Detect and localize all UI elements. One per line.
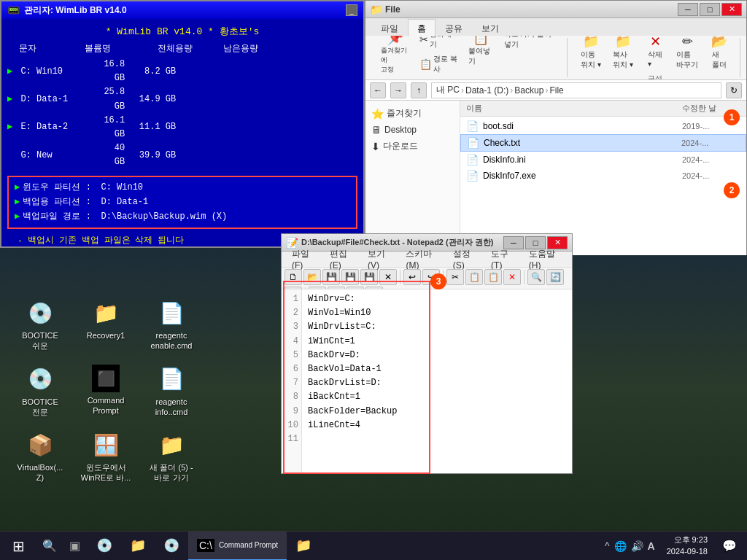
sel-arrow-3: ▶ <box>15 209 20 224</box>
sel-label-3: 백업파일 경로 : <box>23 209 96 224</box>
file-name-diskinfo-ini: DiskInfo.ini <box>483 155 678 165</box>
tray-volume-icon[interactable]: 🔊 <box>631 540 643 552</box>
organize-label: 구성 <box>648 74 662 79</box>
file-icon-boot: 📄 <box>466 120 479 132</box>
move-label: 이동위치 ▾ <box>581 50 601 70</box>
notification-center-btn[interactable]: 💬 <box>719 532 740 561</box>
desktop-sidebar-label: Desktop <box>384 125 417 135</box>
tool-copy[interactable]: 📋 <box>465 269 483 285</box>
tool-paste2[interactable]: 📋 <box>484 269 502 285</box>
taskbar-item-explorer2[interactable]: 📁 <box>287 532 320 561</box>
copy-path-btn[interactable]: 📋 경로 복사 <box>416 52 462 76</box>
desktop-icon-new-folder[interactable]: 📁 새 폴더 (5) - 바로 가기 <box>142 427 201 486</box>
taskbar-item-bootice-pro[interactable]: 💿 <box>155 532 188 561</box>
tool-save[interactable]: 💾 <box>322 269 340 285</box>
reagentc-enable-label: reagentc enable.cmd <box>145 330 198 351</box>
file-item-check[interactable]: 📄 Check.txt 2024-... <box>460 134 746 152</box>
ribbon-tab-view[interactable]: 보기 <box>472 19 508 36</box>
drive-row-d: ▶ D: Data-1 25.8 GB 14.9 GB <box>7 85 357 113</box>
ribbon-tab-home[interactable]: 홈 <box>408 19 436 36</box>
copy-to-icon: 📁 <box>615 36 631 50</box>
delete-btn[interactable]: ✕ 삭제▾ <box>640 36 670 72</box>
menu-help[interactable]: 도움말(H) <box>523 246 568 272</box>
reagentc-info-label: reagentc info..cmd <box>145 397 198 418</box>
desktop-icon-bootice-easy[interactable]: 💿 BOOTICE 쉬운 <box>11 295 69 354</box>
paste-shortcut-btn[interactable]: 바로 가기 붙여넣기 <box>500 36 561 51</box>
menu-tools[interactable]: 도구(T) <box>485 246 522 272</box>
tool-open[interactable]: 📂 <box>303 269 321 285</box>
tool-cut[interactable]: ✂ <box>446 269 464 285</box>
menu-view[interactable]: 보기(V) <box>362 246 398 272</box>
up-btn[interactable]: ↑ <box>411 82 427 98</box>
sidebar-item-favorites[interactable]: ⭐ 즐겨찾기 <box>365 105 460 122</box>
explorer-minimize-btn[interactable]: ─ <box>678 3 698 16</box>
tool-close[interactable]: ✕ <box>379 269 397 285</box>
copy-to-btn[interactable]: 📁 복사위치 ▾ <box>608 36 638 72</box>
paste-btn[interactable]: 📋 붙여넣기 <box>465 36 498 77</box>
tool-replace[interactable]: 🔄 <box>546 269 564 285</box>
explorer-titlebar[interactable]: 📁 File ─ □ ✕ <box>365 1 746 18</box>
tool-find[interactable]: 🔍 <box>527 269 545 285</box>
pin-to-quickaccess-btn[interactable]: 📌 즐겨찾기에고정 <box>377 36 413 77</box>
menu-edit[interactable]: 편집(E) <box>324 246 360 272</box>
task-view-button[interactable]: ▣ <box>62 532 88 561</box>
taskbar-clock[interactable]: 오후 9:23 2024-09-18 <box>661 534 713 557</box>
arrow-e: ▶ <box>7 120 12 134</box>
file-item-boot[interactable]: 📄 boot.sdi 2019-... <box>460 118 746 134</box>
tool-saveas[interactable]: 💾 <box>341 269 359 285</box>
sidebar-item-desktop[interactable]: 🖥 Desktop <box>365 122 460 138</box>
ribbon-tab-file[interactable]: 파일 <box>371 19 408 36</box>
refresh-btn[interactable]: ↻ <box>726 82 742 98</box>
favorites-label: 즐겨찾기 <box>387 107 422 120</box>
menu-file[interactable]: 파일(F) <box>286 246 322 272</box>
desktop-icon-reagentc-info[interactable]: 📄 reagentc info..cmd <box>142 362 201 421</box>
wimlib-titlebar[interactable]: 📟 관리자: WimLib BR v14.0 _ <box>1 1 363 19</box>
organize-buttons: 📁 이동위치 ▾ 📁 복사위치 ▾ ✕ 삭제▾ ✏ <box>576 36 734 72</box>
rename-btn[interactable]: ✏ 이름바꾸기 <box>673 36 702 72</box>
move-to-btn[interactable]: 📁 이동위치 ▾ <box>576 36 605 72</box>
taskbar-cmd-icon: C:\ <box>197 539 214 552</box>
tool-sep-3 <box>524 270 525 284</box>
desktop-icon-bootice-pro[interactable]: 💿 BOOTICE 전문 <box>11 362 69 421</box>
tool-delete[interactable]: ✕ <box>503 269 521 285</box>
line-11 <box>308 432 566 446</box>
cut-btn[interactable]: ✂ 잘라내기 <box>416 36 462 51</box>
taskbar-item-cmd[interactable]: C:\ Command Prompt <box>188 532 287 561</box>
tray-show-hidden[interactable]: ^ <box>605 540 610 552</box>
desktop-icon-cmd[interactable]: ⬛ Command Prompt <box>77 362 135 421</box>
menu-settings[interactable]: 설정(S) <box>447 246 484 272</box>
notepad-text-area[interactable]: WinDrv=C: WinVol=Win10 WinDrvList=C: iWi… <box>302 289 572 473</box>
tray-network-icon[interactable]: 🌐 <box>614 540 627 552</box>
notepad-menubar: 파일(F) 편집(E) 보기(V) 스키마(M) 설정(S) 도구(T) 도움말… <box>282 252 572 268</box>
new-folder-btn[interactable]: 📂 새폴더 <box>705 36 734 72</box>
file-item-diskinfo-ini[interactable]: 📄 DiskInfo.ini 2024-... <box>460 152 746 168</box>
desktop-icon-recovery1[interactable]: 📁 Recovery1 <box>77 295 135 354</box>
start-button[interactable]: ⊞ <box>0 532 36 561</box>
explorer-close-btn[interactable]: ✕ <box>721 3 742 16</box>
back-btn[interactable]: ← <box>370 82 386 98</box>
tray-keyboard-icon[interactable]: A <box>648 540 655 552</box>
desktop-icon-winre[interactable]: 🪟 윈도우에서 WinRE로 바... <box>77 427 135 486</box>
forward-btn[interactable]: → <box>390 82 406 98</box>
desktop-icon-virtualbox[interactable]: 📦 VirtualBox(... Z) <box>11 427 69 486</box>
wimlib-minimize-btn[interactable]: _ <box>346 4 357 16</box>
move-icon: 📁 <box>583 36 599 50</box>
taskbar-item-bootice-easy[interactable]: 💿 <box>88 532 121 561</box>
tool-saveall[interactable]: 💾 <box>360 269 378 285</box>
explorer-maximize-btn[interactable]: □ <box>700 3 720 16</box>
sidebar-item-downloads[interactable]: ⬇ 다운로드 <box>365 138 460 155</box>
taskbar-item-explorer[interactable]: 📁 <box>121 532 155 561</box>
clipboard-group: 📌 즐겨찾기에고정 ✂ 잘라내기 📋 경로 복사 <box>371 38 568 77</box>
search-button[interactable]: 🔍 <box>36 532 62 561</box>
tool-new[interactable]: 🗋 <box>285 269 302 285</box>
address-bar[interactable]: 내 PC › Data-1 (D:) › Backup › File <box>431 82 721 98</box>
notepad-toolbar: 🗋 📂 💾 💾 💾 ✕ ↩ ↪ ✂ 📋 📋 ✕ 🔍 🔄 → 🔍 🔍 ↵ ⛶ <box>282 268 572 289</box>
line-6: BackVol=Data-1 <box>308 362 566 376</box>
ribbon-tab-share[interactable]: 공유 <box>436 19 472 36</box>
file-item-diskinfo7[interactable]: 📄 DiskInfo7.exe 2024-... <box>460 168 746 184</box>
menu-schema[interactable]: 스키마(M) <box>400 246 445 272</box>
desktop-icon-reagentc-enable[interactable]: 📄 reagentc enable.cmd <box>142 295 201 354</box>
tool-undo[interactable]: ↩ <box>403 269 421 285</box>
explorer-icon: 📁 <box>370 4 382 15</box>
virtualbox-label: VirtualBox(... Z) <box>14 462 66 483</box>
